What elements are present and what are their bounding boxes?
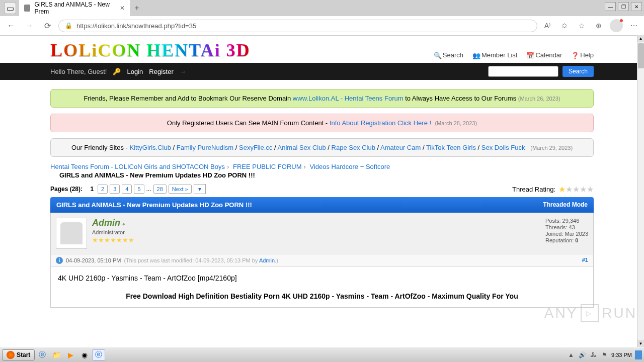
friendly-link[interactable]: Animal Sex Club [278,144,326,151]
start-button[interactable]: Start [2,349,35,360]
watermark: ANY▷RUN [544,304,637,322]
post-content-title: 4K UHD 2160p - Yasmins - Team - ArtOfZoo… [58,274,586,282]
friendly-link[interactable]: SexyFile.cc [239,144,272,151]
rating-stars[interactable]: ★★★★★ [558,185,594,194]
rating-label: Thread Rating: [512,186,555,193]
post-timestamp: 04-09-2023, 05:10 PM [66,257,121,263]
notice-bookmark: Friends, Please Remember and Add to Book… [50,89,594,108]
post-number-link[interactable]: #1 [582,257,588,264]
browser-tab[interactable]: GIRLS and ANIMALS - New Prem ✕ [19,0,130,18]
user-role: Administrator [92,229,134,235]
notice-register: Only Registered Users Can See MAIN Forum… [50,114,594,132]
calendar-icon: 📅 [526,52,533,59]
breadcrumb-link[interactable]: Videos Hardcore + Softcore [309,163,390,170]
registration-info-link[interactable]: Info About Registration Click Here ! [330,119,431,127]
site-logo[interactable]: LOLiCON HENTAi 3D [50,40,250,61]
login-link[interactable]: Login [127,68,143,75]
start-orb-icon [7,351,15,359]
taskbar-ie-icon[interactable]: ⓔ [36,349,49,360]
taskbar-chrome-icon[interactable]: ◉ [78,349,91,360]
register-link[interactable]: Register [149,68,173,75]
back-button[interactable]: ← [4,19,18,33]
user-stars: ★★★★★★★ [92,236,134,244]
thread-title: GIRLS and ANIMALS - New Premium Updates … [56,201,252,209]
user-avatar[interactable] [56,218,87,249]
page-current: 1 [88,185,96,194]
taskbar-media-icon[interactable]: ▶ [64,349,77,360]
nav-members[interactable]: 👥Member List [472,51,518,59]
post: Admin ● Administrator ★★★★★★★ Posts: 29,… [50,213,594,308]
friendly-link[interactable]: Amateur Cam [380,144,421,151]
nav-help[interactable]: ❓Help [571,51,594,59]
profile-avatar[interactable] [610,19,623,32]
page-link[interactable]: 5 [134,185,144,194]
pagination: Pages (28): 1 2 3 4 5 ... 28 Next » ▾ [50,184,206,194]
tray-volume-icon[interactable]: 🔊 [578,351,586,359]
tab-actions-button[interactable]: ▭ [4,2,16,14]
page-next[interactable]: Next » [169,185,192,194]
taskbar: Start ⓔ 📁 ▶ ◉ ⓔ ▲ 🔊 🖧 ⚑ 9:33 PM [0,347,644,362]
minimize-button[interactable]: — [605,2,616,11]
breadcrumb: Hentai Teens Forum - LOLICoN Girls and S… [50,163,594,170]
page-last[interactable]: 28 [153,185,167,194]
new-tab-button[interactable]: + [130,1,144,15]
offline-icon: ● [122,221,125,227]
arrow-icon: → [180,68,186,75]
modified-by-link[interactable]: Admin [259,257,275,263]
scrollbar[interactable]: ▲ ▼ [637,35,644,347]
tray-network-icon[interactable]: 🖧 [589,351,597,359]
taskbar-edge-icon[interactable]: ⓔ [92,349,105,360]
address-bar[interactable]: 🔒 https://lolikon.link/showthread.php?ti… [58,20,537,32]
page-jump-dropdown[interactable]: ▾ [194,184,206,194]
favorites-icon[interactable]: ☆ [576,20,588,32]
star-icon[interactable]: ✩ [558,20,571,32]
taskbar-clock[interactable]: 9:33 PM [611,352,632,358]
tab-close-icon[interactable]: ✕ [120,5,125,12]
friendly-link[interactable]: KittyGirls.Club [130,144,171,151]
tray-flag-icon[interactable]: ⚑ [600,351,608,359]
page-link[interactable]: 2 [98,185,108,194]
breadcrumb-link[interactable]: FREE PUBLIC FORUM [233,163,302,170]
lock-icon: 🔒 [65,22,72,29]
scroll-down-button[interactable]: ▼ [637,340,644,347]
friendly-link[interactable]: Family PureNudism [177,144,233,151]
page-link[interactable]: 4 [122,185,132,194]
refresh-button[interactable]: ⟳ [40,19,54,33]
nav-search[interactable]: 🔍Search [434,51,463,59]
read-aloud-icon[interactable]: A⁾ [541,20,553,32]
tab-title: GIRLS and ANIMALS - New Prem [34,1,116,15]
tray-expand-icon[interactable]: ▲ [567,351,575,359]
username-link[interactable]: Admin [92,218,120,228]
scroll-thumb[interactable] [638,43,644,68]
nav-calendar[interactable]: 📅Calendar [526,51,562,59]
breadcrumb-link[interactable]: Hentai Teens Forum - LOLICoN Girls and S… [50,163,225,170]
menu-icon[interactable]: ⋯ [628,20,640,32]
forward-button[interactable]: → [22,19,36,33]
search-button[interactable]: Search [562,66,594,77]
reserve-domain-link[interactable]: www.Lolikon.AL - Hentai Teens Forum [293,95,404,102]
page-link[interactable]: 3 [110,185,120,194]
key-icon: 🔑 [113,68,121,75]
post-content-text: Free Download High Definition Bestiality… [58,292,586,300]
members-icon: 👥 [472,52,479,59]
notice-friendly-sites: Our Friendly Sites - KittyGirls.Club / F… [50,138,594,157]
play-icon: ▷ [581,304,599,322]
friendly-link[interactable]: Sex Dolls Fuck [481,144,525,151]
search-input[interactable] [488,66,558,77]
guest-greeting: Hello There, Guest! [50,68,107,75]
breadcrumb-current: GIRLS and ANIMALS - New Premium Updates … [59,171,594,179]
info-icon: i [56,257,63,264]
friendly-link[interactable]: Rape Sex Club [332,144,375,151]
user-stats: Posts: 29,346 Threads: 43 Joined: Mar 20… [545,218,588,249]
url-text: https://lolikon.link/showthread.php?tid=… [76,22,196,30]
maximize-button[interactable]: ❐ [618,2,629,11]
friendly-link[interactable]: TikTok Teen Girls [426,144,476,151]
search-icon: 🔍 [434,52,441,59]
scroll-up-button[interactable]: ▲ [637,35,644,42]
help-icon: ❓ [571,52,578,59]
threaded-mode-link[interactable]: Threaded Mode [543,201,588,209]
collections-icon[interactable]: ⊕ [593,20,605,32]
close-window-button[interactable]: ✕ [631,2,642,11]
tray-show-desktop[interactable] [635,350,642,359]
taskbar-explorer-icon[interactable]: 📁 [50,349,63,360]
